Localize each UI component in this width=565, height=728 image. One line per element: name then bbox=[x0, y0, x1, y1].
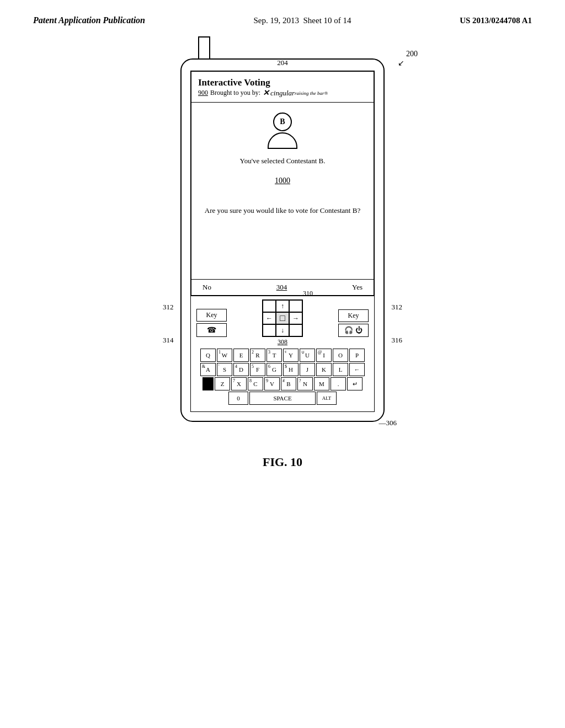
key-l[interactable]: L bbox=[333, 363, 348, 376]
key-i[interactable]: @I bbox=[316, 349, 332, 362]
key-enter[interactable]: ↵ bbox=[347, 377, 363, 390]
vote-question: Are you sure you would like to vote for … bbox=[205, 205, 360, 216]
header-patent: US 2013/0244708 A1 bbox=[460, 16, 532, 25]
space-key[interactable]: SPACE bbox=[249, 392, 316, 405]
key-w[interactable]: 1W bbox=[217, 349, 232, 362]
label-312-left: 312 bbox=[163, 303, 174, 312]
dpad-empty-tl bbox=[263, 300, 276, 312]
no-button[interactable]: No bbox=[202, 283, 211, 292]
nav-row: Key ☎ 310 ↑ ← bbox=[194, 299, 371, 346]
key-k[interactable]: K bbox=[316, 363, 332, 376]
label-200: 200 bbox=[406, 50, 418, 58]
power-icon[interactable]: ⏻ bbox=[355, 326, 363, 335]
key-b[interactable]: #B bbox=[281, 377, 296, 390]
dpad-left[interactable]: ← bbox=[263, 312, 276, 324]
btn-304[interactable]: 304 bbox=[276, 283, 287, 292]
header-date: Sep. 19, 2013 Sheet 10 of 14 bbox=[254, 16, 351, 25]
call-button[interactable]: ☎ bbox=[196, 323, 227, 337]
screen-top: Interactive Voting 900 Brought to you by… bbox=[191, 72, 374, 103]
screen-title: Interactive Voting bbox=[198, 77, 367, 88]
cingular-logo: ✕ cingular raising the bar® bbox=[263, 88, 328, 98]
figure-label: FIG. 10 bbox=[263, 455, 302, 469]
key-y[interactable]: ¢Y bbox=[283, 349, 299, 362]
nav-center-col: 310 ↑ ← □ → ↓ bbox=[262, 299, 303, 346]
antenna bbox=[198, 36, 210, 58]
key-h[interactable]: $H bbox=[283, 363, 299, 376]
link-1000[interactable]: 1000 bbox=[275, 176, 290, 185]
key-g[interactable]: 6G bbox=[266, 363, 282, 376]
screen-wrapper: 204 Interactive Voting 900 Brought to yo… bbox=[190, 71, 375, 296]
dpad-down[interactable]: ↓ bbox=[276, 324, 289, 336]
key-v[interactable]: 9V bbox=[264, 377, 280, 390]
key-backspace[interactable]: ← bbox=[349, 363, 365, 376]
screen-buttons: No 304 Yes bbox=[191, 279, 374, 295]
label-310: 310 bbox=[303, 290, 313, 298]
avatar-body bbox=[268, 132, 297, 149]
key-q[interactable]: Q bbox=[200, 349, 216, 362]
yes-button[interactable]: Yes bbox=[352, 283, 363, 292]
phone-wrapper: 200 ↙ 204 Interactive Voting 900 bbox=[180, 58, 385, 422]
label-314: 314 bbox=[163, 336, 174, 345]
headset-icon[interactable]: 🎧 bbox=[344, 326, 353, 335]
avatar-head: B bbox=[273, 113, 292, 131]
left-key-button[interactable]: Key bbox=[196, 309, 227, 322]
label-316: 316 bbox=[392, 336, 403, 345]
phone-screen: Interactive Voting 900 Brought to you by… bbox=[190, 71, 375, 296]
key-r[interactable]: 2R bbox=[250, 349, 265, 362]
kb-row-2: &A 'S 4D 5F 6G $H J K L ← bbox=[194, 363, 371, 376]
arrow-200: ↙ bbox=[398, 58, 404, 68]
key-d[interactable]: 4D bbox=[233, 363, 249, 376]
header-title: Patent Application Publication bbox=[33, 15, 145, 25]
key-e[interactable]: E bbox=[233, 349, 249, 362]
label-204: 204 bbox=[277, 58, 288, 67]
dpad-empty-tr bbox=[289, 300, 302, 312]
kb-row-3: Z 7X 8C 9V #B ?N M . ↵ bbox=[194, 377, 371, 390]
dpad-up[interactable]: ↑ bbox=[276, 300, 289, 312]
key-n[interactable]: ?N bbox=[297, 377, 313, 390]
keypad: Key ☎ 310 ↑ ← bbox=[190, 296, 375, 412]
main-content: 200 ↙ 204 Interactive Voting 900 bbox=[0, 31, 565, 469]
phone-device: 204 Interactive Voting 900 Brought to yo… bbox=[180, 58, 385, 422]
end-power-buttons: 🎧 ⏻ bbox=[338, 324, 369, 337]
key-j[interactable]: J bbox=[300, 363, 315, 376]
screen-subtitle: 900 Brought to you by: ✕ cingular raisin… bbox=[198, 88, 367, 98]
selected-text: You've selected Contestant B. bbox=[240, 157, 326, 165]
screen-number: 900 bbox=[198, 89, 208, 97]
key-period[interactable]: . bbox=[331, 377, 346, 390]
dpad-wrapper: 310 ↑ ← □ → ↓ bbox=[262, 299, 303, 346]
dpad: ↑ ← □ → ↓ bbox=[262, 299, 303, 337]
key-c[interactable]: 8C bbox=[248, 377, 263, 390]
key-p[interactable]: P bbox=[349, 349, 365, 362]
key-s[interactable]: 'S bbox=[217, 363, 232, 376]
key-f[interactable]: 5F bbox=[250, 363, 265, 376]
nav-right-col: Key 🎧 ⏻ bbox=[338, 309, 369, 337]
alt-key[interactable]: ALT bbox=[317, 392, 337, 405]
key-a[interactable]: &A bbox=[200, 363, 216, 376]
dpad-empty-br bbox=[289, 324, 302, 336]
dpad-empty-bl bbox=[263, 324, 276, 336]
right-key-button[interactable]: Key bbox=[338, 309, 369, 322]
key-u[interactable]: ∪U bbox=[300, 349, 315, 362]
key-z[interactable]: Z bbox=[215, 377, 230, 390]
contestant-avatar: B bbox=[266, 113, 299, 151]
label-306: —306 bbox=[379, 419, 397, 427]
dpad-right[interactable]: → bbox=[289, 312, 302, 324]
kb-row-bottom: 0 SPACE ALT bbox=[194, 392, 371, 405]
nav-left-col: Key ☎ bbox=[196, 309, 227, 337]
key-0[interactable]: 0 bbox=[228, 392, 248, 405]
page-header: Patent Application Publication Sep. 19, … bbox=[0, 0, 565, 31]
label-308: 308 bbox=[262, 338, 303, 346]
label-312-right: 312 bbox=[392, 303, 403, 312]
kb-row-1: Q 1W E 2R 3T ¢Y ∪U @I O P bbox=[194, 349, 371, 362]
key-o[interactable]: O bbox=[333, 349, 348, 362]
key-t[interactable]: 3T bbox=[266, 349, 282, 362]
key-m[interactable]: M bbox=[314, 377, 329, 390]
keypad-wrapper: 312 312 314 316 Key bbox=[190, 296, 375, 412]
key-x[interactable]: 7X bbox=[231, 377, 247, 390]
key-shift-black[interactable] bbox=[202, 377, 214, 390]
cingular-x-icon: ✕ bbox=[263, 88, 269, 98]
screen-body: B You've selected Contestant B. 1000 Are… bbox=[191, 103, 374, 279]
dpad-center[interactable]: □ bbox=[276, 312, 289, 324]
